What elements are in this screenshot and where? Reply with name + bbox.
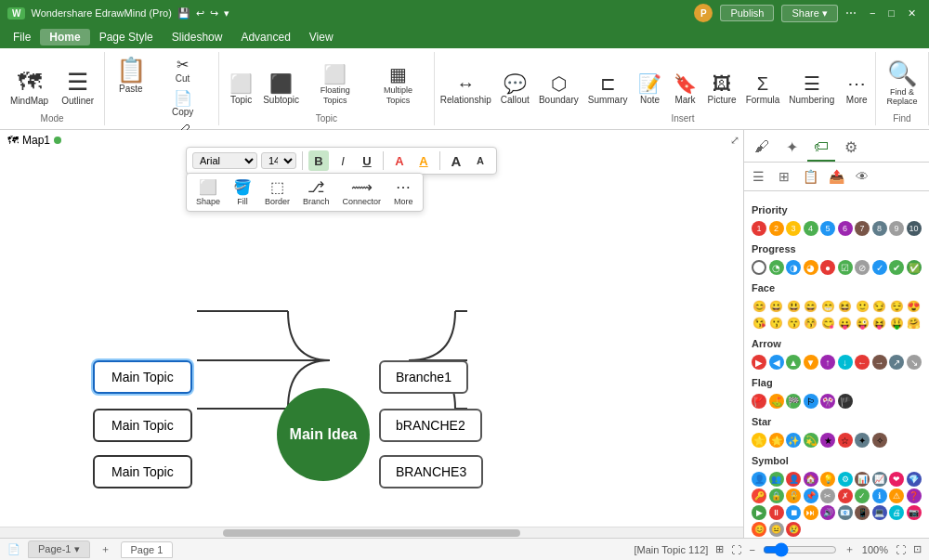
sym-21[interactable]: ▶ <box>752 505 766 520</box>
sym-11[interactable]: 🔑 <box>752 488 766 503</box>
priority-8[interactable]: 8 <box>872 221 887 236</box>
more-button[interactable]: ⋯ More <box>840 71 873 110</box>
multiple-topics-button[interactable]: ▦ Multiple Topics <box>368 61 428 110</box>
outliner-button[interactable]: ☰ Outliner <box>56 66 99 110</box>
undo-icon[interactable]: ↩ <box>196 7 204 20</box>
sym-19[interactable]: ⚠ <box>889 488 904 503</box>
face-19[interactable]: 🤑 <box>889 316 904 331</box>
sym-32[interactable]: 😐 <box>769 522 784 537</box>
arrow-2[interactable]: ◀ <box>769 355 784 370</box>
shape-format-button[interactable]: ⬜ Shape <box>192 176 224 208</box>
star-4[interactable]: 💫 <box>804 433 818 448</box>
priority-4[interactable]: 4 <box>804 221 818 236</box>
topic-button[interactable]: ⬜ Topic <box>225 71 258 110</box>
sym-9[interactable]: ❤ <box>889 472 904 487</box>
fit-view-icon[interactable]: ⛶ <box>731 544 741 555</box>
sym-2[interactable]: 👥 <box>769 472 784 487</box>
face-7[interactable]: 🙂 <box>855 299 870 314</box>
priority-5[interactable]: 5 <box>820 221 835 236</box>
note-button[interactable]: 📝 Note <box>634 71 667 110</box>
flag-4[interactable]: 🏳 <box>804 394 818 409</box>
face-5[interactable]: 😁 <box>820 299 835 314</box>
face-2[interactable]: 😀 <box>769 299 784 314</box>
arrow-8[interactable]: → <box>872 355 887 370</box>
sym-29[interactable]: 🖨 <box>889 505 904 520</box>
minimize-button[interactable]: − <box>864 6 881 20</box>
find-replace-button[interactable]: 🔍 Find &Replace <box>881 58 922 110</box>
underline-button[interactable]: U <box>357 150 377 171</box>
sym-24[interactable]: ⏭ <box>804 505 818 520</box>
sym-28[interactable]: 💻 <box>872 505 887 520</box>
font-family-select[interactable]: Arial <box>192 152 257 169</box>
face-8[interactable]: 😏 <box>872 299 887 314</box>
face-6[interactable]: 😆 <box>838 299 853 314</box>
share-button[interactable]: Share ▾ <box>781 5 837 22</box>
flag-2[interactable]: ⛳ <box>769 394 784 409</box>
sym-7[interactable]: 📊 <box>855 472 870 487</box>
face-10[interactable]: 😍 <box>907 299 922 314</box>
mindmap-button[interactable]: 🗺 MindMap <box>5 66 54 110</box>
star-3[interactable]: ✨ <box>786 433 801 448</box>
arrow-10[interactable]: ↘ <box>907 355 922 370</box>
sym-17[interactable]: ✓ <box>855 488 870 503</box>
highlight-button[interactable]: A <box>413 150 434 171</box>
progress-2[interactable]: ◑ <box>786 260 801 275</box>
sym-22[interactable]: ⏸ <box>769 505 784 520</box>
redo-icon[interactable]: ↪ <box>210 7 218 20</box>
subtopic-button[interactable]: ⬛ Subtopic <box>260 71 303 110</box>
main-topic-1[interactable]: Main Topic <box>93 360 192 394</box>
star-7[interactable]: ✦ <box>855 433 870 448</box>
border-format-button[interactable]: ⬚ Border <box>261 176 294 208</box>
sym-13[interactable]: 🔓 <box>786 488 801 503</box>
sym-14[interactable]: 📌 <box>804 488 818 503</box>
main-topic-3[interactable]: Main Topic <box>93 455 192 488</box>
quick-save-icon[interactable]: 💾 <box>177 7 190 20</box>
progress-0[interactable] <box>752 260 766 275</box>
sym-12[interactable]: 🔒 <box>769 488 784 503</box>
arrow-9[interactable]: ↗ <box>889 355 904 370</box>
formula-button[interactable]: Σ Formula <box>742 71 784 110</box>
arrow-6[interactable]: ↓ <box>838 355 853 370</box>
menu-advanced[interactable]: Advanced <box>231 29 299 46</box>
star-8[interactable]: ✧ <box>872 433 887 448</box>
branch-format-button[interactable]: ⎇ Branch <box>299 176 334 208</box>
picture-button[interactable]: 🖼 Picture <box>704 71 740 110</box>
arrow-1[interactable]: ▶ <box>752 355 766 370</box>
sym-16[interactable]: ✗ <box>838 488 853 503</box>
copy-button[interactable]: 📄 Copy <box>153 87 213 119</box>
fill-format-button[interactable]: 🪣 Fill <box>229 176 255 208</box>
priority-3[interactable]: 3 <box>786 221 801 236</box>
cut-button[interactable]: ✂ Cut <box>153 54 213 85</box>
panel-subtab-clipboard[interactable]: 📋 <box>798 164 822 189</box>
sym-20[interactable]: ❓ <box>907 488 922 503</box>
face-4[interactable]: 😄 <box>804 299 818 314</box>
connector-format-button[interactable]: ⟿ Connector <box>339 176 386 208</box>
add-page-button[interactable]: ＋ <box>98 542 113 556</box>
progress-3[interactable]: ◕ <box>804 260 818 275</box>
scrollbar-thumb[interactable] <box>223 529 520 537</box>
sym-18[interactable]: ℹ <box>872 488 887 503</box>
horizontal-scrollbar[interactable] <box>0 527 743 538</box>
sym-27[interactable]: 📱 <box>855 505 870 520</box>
canvas[interactable]: 🗺 Map1 ⤢ Arial 14 B I U A A A A <box>0 130 743 538</box>
font-size-select[interactable]: 14 <box>261 152 296 169</box>
panel-subtab-grid[interactable]: ⊞ <box>772 164 796 189</box>
progress-1[interactable]: ◔ <box>769 260 784 275</box>
menu-home[interactable]: Home <box>40 29 89 46</box>
page-tab-1[interactable]: Page-1 ▾ <box>28 540 90 558</box>
sym-4[interactable]: 🏠 <box>804 472 818 487</box>
grid-view-icon[interactable]: ⊞ <box>715 543 724 555</box>
numbering-button[interactable]: ☰ Numbering <box>785 71 838 110</box>
close-button[interactable]: ✕ <box>902 6 922 21</box>
sym-31[interactable]: 😊 <box>752 522 766 537</box>
star-1[interactable]: ⭐ <box>752 433 766 448</box>
sym-23[interactable]: ⏹ <box>786 505 801 520</box>
zoom-in-icon[interactable]: ＋ <box>844 542 855 556</box>
boundary-button[interactable]: ⬡ Boundary <box>535 71 582 110</box>
star-6[interactable]: ☆ <box>838 433 853 448</box>
progress-8[interactable]: ✔ <box>889 260 904 275</box>
sym-30[interactable]: 📷 <box>907 505 922 520</box>
bold-button[interactable]: B <box>308 150 329 171</box>
priority-7[interactable]: 7 <box>855 221 870 236</box>
star-5[interactable]: ★ <box>820 433 835 448</box>
